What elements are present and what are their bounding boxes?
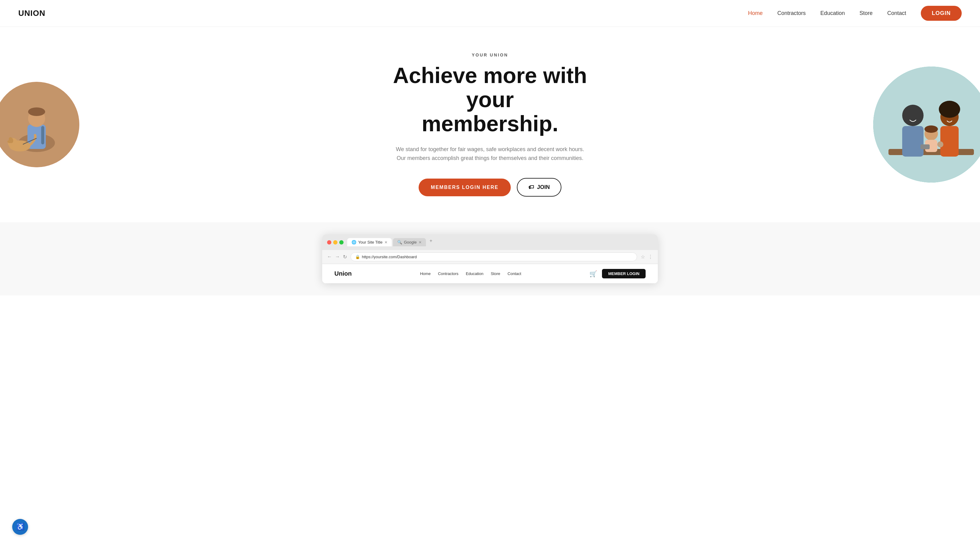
url-text: https://yoursite.com/Dashboard xyxy=(362,255,417,259)
hero-buttons: MEMBERS LOGIN HERE 🏷 JOIN xyxy=(380,178,600,196)
inner-link-contractors[interactable]: Contractors xyxy=(438,271,458,276)
nav-link-contractors[interactable]: Contractors xyxy=(777,10,806,16)
lock-icon: 🔒 xyxy=(355,255,360,259)
hero-image-left xyxy=(0,82,80,167)
hero-subtitle: We stand for together for fair wages, sa… xyxy=(395,145,585,163)
chrome-favicon: 🌐 xyxy=(352,240,356,244)
inner-website: Union Home Contractors Education Store C… xyxy=(322,264,658,283)
site-logo: UNION xyxy=(18,8,45,18)
close-window-dot[interactable] xyxy=(327,240,331,244)
inner-site-logo: Union xyxy=(334,270,352,277)
address-bar[interactable]: 🔒 https://yoursite.com/Dashboard xyxy=(350,252,637,261)
browser-toolbar-icons: ☆ ⋮ xyxy=(641,254,653,260)
person-left-illustration xyxy=(0,82,80,167)
browser-tab-inactive[interactable]: 🔍 Google ✕ xyxy=(393,238,426,246)
svg-point-4 xyxy=(28,107,45,116)
google-favicon: 🔍 xyxy=(397,240,402,244)
svg-rect-14 xyxy=(902,126,924,156)
svg-rect-5 xyxy=(41,126,44,144)
browser-section: 🌐 Your Site Title ✕ 🔍 Google ✕ + ← → ↻ xyxy=(0,222,980,295)
inner-link-education[interactable]: Education xyxy=(466,271,484,276)
svg-point-19 xyxy=(924,126,938,133)
tab-google-close[interactable]: ✕ xyxy=(418,240,422,244)
browser-window-controls xyxy=(327,240,344,244)
forward-icon[interactable]: → xyxy=(335,254,340,260)
browser-tab-active[interactable]: 🌐 Your Site Title ✕ xyxy=(347,238,392,246)
navbar: UNION Home Contractors Education Store C… xyxy=(0,0,980,27)
nav-link-education[interactable]: Education xyxy=(821,10,845,16)
nav-link-contact[interactable]: Contact xyxy=(887,10,906,16)
maximize-window-dot[interactable] xyxy=(339,240,344,244)
browser-navigation: ← → ↻ xyxy=(327,254,347,260)
hero-section: YOUR UNION Achieve more with your member… xyxy=(0,27,980,222)
hero-eyebrow: YOUR UNION xyxy=(380,53,600,57)
hero-title-line2: membership. xyxy=(422,112,558,136)
browser-topbar: 🌐 Your Site Title ✕ 🔍 Google ✕ + xyxy=(322,234,658,250)
nav-link-store[interactable]: Store xyxy=(859,10,873,16)
tag-icon: 🏷 xyxy=(528,184,534,190)
inner-link-home[interactable]: Home xyxy=(420,271,431,276)
menu-icon[interactable]: ⋮ xyxy=(648,254,653,260)
svg-rect-11 xyxy=(873,67,980,183)
svg-point-16 xyxy=(939,101,960,118)
inner-navbar: Union Home Contractors Education Store C… xyxy=(334,269,646,278)
inner-nav-links: Home Contractors Education Store Contact xyxy=(420,271,522,276)
hero-content: YOUR UNION Achieve more with your member… xyxy=(374,34,606,215)
browser-tabs: 🌐 Your Site Title ✕ 🔍 Google ✕ + xyxy=(347,238,653,246)
inner-site-actions: 🛒 MEMBER LOGIN xyxy=(589,269,646,278)
svg-point-13 xyxy=(902,105,924,126)
family-illustration xyxy=(873,67,980,183)
nav-links: Home Contractors Education Store Contact… xyxy=(748,6,962,21)
members-login-button[interactable]: MEMBERS LOGIN HERE xyxy=(418,179,511,196)
svg-point-22 xyxy=(937,141,943,147)
inner-link-contact[interactable]: Contact xyxy=(508,271,522,276)
bookmark-icon[interactable]: ☆ xyxy=(641,254,645,260)
refresh-icon[interactable]: ↻ xyxy=(343,254,347,260)
hero-title: Achieve more with your membership. xyxy=(380,64,600,136)
svg-rect-21 xyxy=(921,144,930,149)
cart-icon[interactable]: 🛒 xyxy=(589,270,597,277)
inner-member-login-button[interactable]: MEMBER LOGIN xyxy=(602,269,646,278)
back-icon[interactable]: ← xyxy=(327,254,332,260)
browser-addressbar: ← → ↻ 🔒 https://yoursite.com/Dashboard ☆… xyxy=(322,250,658,264)
tab-close-button[interactable]: ✕ xyxy=(385,240,388,244)
nav-link-home[interactable]: Home xyxy=(748,10,763,16)
new-tab-button[interactable]: + xyxy=(430,238,432,246)
browser-mockup: 🌐 Your Site Title ✕ 🔍 Google ✕ + ← → ↻ xyxy=(322,234,658,283)
minimize-window-dot[interactable] xyxy=(333,240,337,244)
svg-rect-17 xyxy=(940,126,959,156)
join-label: JOIN xyxy=(537,184,550,190)
login-button[interactable]: LOGIN xyxy=(921,6,962,21)
tab-google-title: Google xyxy=(404,240,417,244)
tab-title: Your Site Title xyxy=(358,240,383,244)
join-button[interactable]: 🏷 JOIN xyxy=(517,178,562,196)
hero-title-line1: Achieve more with your xyxy=(393,63,587,112)
hero-image-right xyxy=(873,67,980,183)
inner-link-store[interactable]: Store xyxy=(491,271,500,276)
